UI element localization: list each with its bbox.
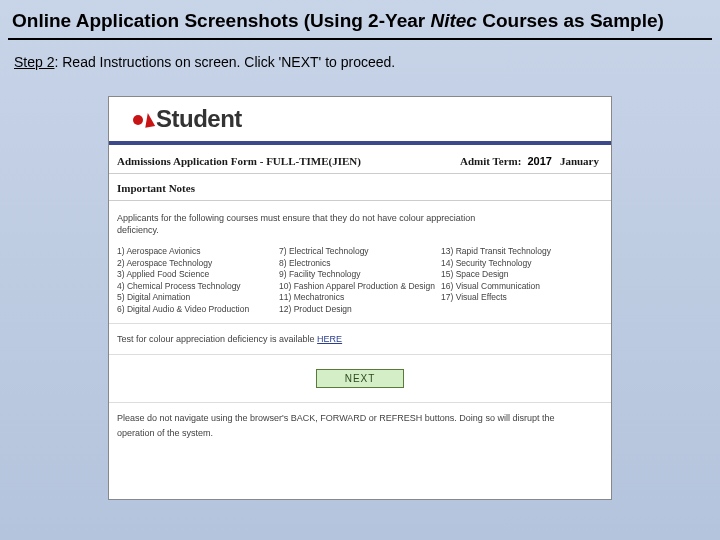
list-item: 2) Aerospace Technology bbox=[117, 258, 273, 269]
course-col-2: 7) Electrical Technology 8) Electronics … bbox=[279, 246, 441, 315]
list-item: 11) Mechatronics bbox=[279, 292, 435, 303]
list-item: 6) Digital Audio & Video Production bbox=[117, 304, 273, 315]
course-col-3: 13) Rapid Transit Technology 14) Securit… bbox=[441, 246, 603, 315]
list-item: 9) Facility Technology bbox=[279, 269, 435, 280]
list-item: 15) Space Design bbox=[441, 269, 597, 280]
list-item: 8) Electronics bbox=[279, 258, 435, 269]
title-italic: Nitec bbox=[430, 10, 476, 31]
footer-line-1: Please do not navigate using the browser… bbox=[117, 411, 603, 425]
list-item: 5) Digital Animation bbox=[117, 292, 273, 303]
step-instruction: Step 2: Read Instructions on screen. Cli… bbox=[0, 40, 720, 80]
list-item: 14) Security Technology bbox=[441, 258, 597, 269]
next-button[interactable]: NEXT bbox=[316, 369, 405, 388]
note-line-2: deficiency. bbox=[117, 225, 603, 237]
test-here-link[interactable]: HERE bbox=[317, 334, 342, 344]
test-availability-line: Test for colour appreciation deficiency … bbox=[109, 323, 611, 355]
admit-term-label: Admit Term: bbox=[460, 155, 521, 167]
list-item: 10) Fashion Apparel Production & Design bbox=[279, 281, 435, 292]
note-text: Applicants for the following courses mus… bbox=[109, 201, 611, 240]
list-item: 13) Rapid Transit Technology bbox=[441, 246, 597, 257]
test-text: Test for colour appreciation deficiency … bbox=[117, 334, 317, 344]
footer-warning: Please do not navigate using the browser… bbox=[109, 403, 611, 444]
button-row: NEXT bbox=[109, 355, 611, 403]
step-label: Step 2 bbox=[14, 54, 54, 70]
list-item: 3) Applied Food Science bbox=[117, 269, 273, 280]
important-notes-heading: Important Notes bbox=[109, 174, 611, 201]
list-item: 1) Aerospace Avionics bbox=[117, 246, 273, 257]
footer-line-2: operation of the system. bbox=[117, 426, 603, 440]
title-post: Courses as Sample) bbox=[477, 10, 664, 31]
logo-text: Student bbox=[156, 105, 242, 133]
logo-band: Student bbox=[109, 97, 611, 145]
form-title-row: Admissions Application Form - FULL-TIME(… bbox=[109, 145, 611, 174]
note-line-1: Applicants for the following courses mus… bbox=[117, 213, 603, 225]
admit-year: 2017 bbox=[527, 155, 551, 167]
step-text: : Read Instructions on screen. Click 'NE… bbox=[54, 54, 395, 70]
embedded-screenshot: Student Admissions Application Form - FU… bbox=[108, 96, 612, 500]
title-pre: Online Application Screenshots (Using 2-… bbox=[12, 10, 430, 31]
list-item: 4) Chemical Process Technology bbox=[117, 281, 273, 292]
logo-icon bbox=[133, 113, 154, 125]
list-item: 17) Visual Effects bbox=[441, 292, 597, 303]
list-item: 7) Electrical Technology bbox=[279, 246, 435, 257]
page-title: Online Application Screenshots (Using 2-… bbox=[0, 0, 720, 38]
course-col-1: 1) Aerospace Avionics 2) Aerospace Techn… bbox=[117, 246, 279, 315]
admit-month: January bbox=[560, 155, 599, 167]
form-title: Admissions Application Form - FULL-TIME(… bbox=[117, 155, 460, 167]
course-columns: 1) Aerospace Avionics 2) Aerospace Techn… bbox=[109, 240, 611, 323]
list-item: 16) Visual Communication bbox=[441, 281, 597, 292]
list-item: 12) Product Design bbox=[279, 304, 435, 315]
